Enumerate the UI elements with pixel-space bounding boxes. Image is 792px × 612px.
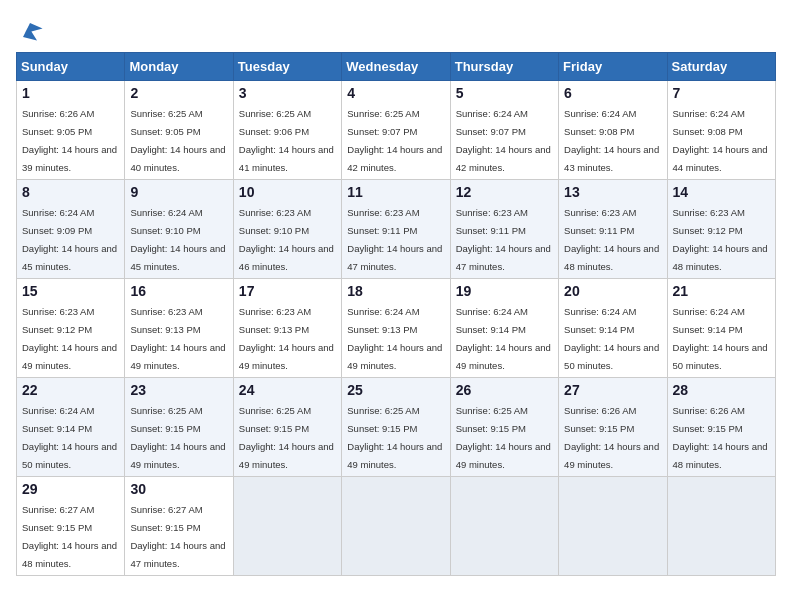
day-info: Sunrise: 6:24 AMSunset: 9:14 PMDaylight:…: [564, 306, 659, 371]
day-number: 26: [456, 382, 553, 398]
calendar-day-cell: 3 Sunrise: 6:25 AMSunset: 9:06 PMDayligh…: [233, 81, 341, 180]
calendar-day-cell: 13 Sunrise: 6:23 AMSunset: 9:11 PMDaylig…: [559, 180, 667, 279]
header: [16, 16, 776, 44]
calendar-day-cell: 10 Sunrise: 6:23 AMSunset: 9:10 PMDaylig…: [233, 180, 341, 279]
day-number: 25: [347, 382, 444, 398]
weekday-header-cell: Sunday: [17, 53, 125, 81]
calendar-day-cell: 17 Sunrise: 6:23 AMSunset: 9:13 PMDaylig…: [233, 279, 341, 378]
calendar-day-cell: 22 Sunrise: 6:24 AMSunset: 9:14 PMDaylig…: [17, 378, 125, 477]
day-number: 14: [673, 184, 770, 200]
day-info: Sunrise: 6:23 AMSunset: 9:13 PMDaylight:…: [130, 306, 225, 371]
day-number: 23: [130, 382, 227, 398]
calendar-day-cell: [233, 477, 341, 576]
day-number: 2: [130, 85, 227, 101]
day-number: 7: [673, 85, 770, 101]
day-info: Sunrise: 6:25 AMSunset: 9:06 PMDaylight:…: [239, 108, 334, 173]
day-number: 20: [564, 283, 661, 299]
logo: [16, 16, 48, 44]
calendar-day-cell: 5 Sunrise: 6:24 AMSunset: 9:07 PMDayligh…: [450, 81, 558, 180]
calendar-day-cell: 24 Sunrise: 6:25 AMSunset: 9:15 PMDaylig…: [233, 378, 341, 477]
day-info: Sunrise: 6:24 AMSunset: 9:07 PMDaylight:…: [456, 108, 551, 173]
day-info: Sunrise: 6:27 AMSunset: 9:15 PMDaylight:…: [130, 504, 225, 569]
day-info: Sunrise: 6:24 AMSunset: 9:13 PMDaylight:…: [347, 306, 442, 371]
calendar-day-cell: 19 Sunrise: 6:24 AMSunset: 9:14 PMDaylig…: [450, 279, 558, 378]
day-info: Sunrise: 6:23 AMSunset: 9:11 PMDaylight:…: [564, 207, 659, 272]
day-number: 27: [564, 382, 661, 398]
day-number: 30: [130, 481, 227, 497]
calendar-day-cell: 16 Sunrise: 6:23 AMSunset: 9:13 PMDaylig…: [125, 279, 233, 378]
weekday-header-cell: Monday: [125, 53, 233, 81]
weekday-header-row: SundayMondayTuesdayWednesdayThursdayFrid…: [17, 53, 776, 81]
calendar-week-row: 22 Sunrise: 6:24 AMSunset: 9:14 PMDaylig…: [17, 378, 776, 477]
day-info: Sunrise: 6:23 AMSunset: 9:13 PMDaylight:…: [239, 306, 334, 371]
day-number: 18: [347, 283, 444, 299]
calendar-day-cell: 27 Sunrise: 6:26 AMSunset: 9:15 PMDaylig…: [559, 378, 667, 477]
day-info: Sunrise: 6:27 AMSunset: 9:15 PMDaylight:…: [22, 504, 117, 569]
day-number: 9: [130, 184, 227, 200]
day-info: Sunrise: 6:26 AMSunset: 9:15 PMDaylight:…: [564, 405, 659, 470]
day-info: Sunrise: 6:24 AMSunset: 9:14 PMDaylight:…: [673, 306, 768, 371]
day-number: 11: [347, 184, 444, 200]
calendar-body: 1 Sunrise: 6:26 AMSunset: 9:05 PMDayligh…: [17, 81, 776, 576]
day-info: Sunrise: 6:24 AMSunset: 9:10 PMDaylight:…: [130, 207, 225, 272]
day-info: Sunrise: 6:24 AMSunset: 9:09 PMDaylight:…: [22, 207, 117, 272]
calendar-day-cell: 14 Sunrise: 6:23 AMSunset: 9:12 PMDaylig…: [667, 180, 775, 279]
day-number: 19: [456, 283, 553, 299]
weekday-header-cell: Thursday: [450, 53, 558, 81]
day-number: 8: [22, 184, 119, 200]
day-info: Sunrise: 6:26 AMSunset: 9:05 PMDaylight:…: [22, 108, 117, 173]
calendar-day-cell: 23 Sunrise: 6:25 AMSunset: 9:15 PMDaylig…: [125, 378, 233, 477]
day-info: Sunrise: 6:25 AMSunset: 9:05 PMDaylight:…: [130, 108, 225, 173]
calendar-day-cell: 7 Sunrise: 6:24 AMSunset: 9:08 PMDayligh…: [667, 81, 775, 180]
calendar: SundayMondayTuesdayWednesdayThursdayFrid…: [16, 52, 776, 576]
calendar-week-row: 8 Sunrise: 6:24 AMSunset: 9:09 PMDayligh…: [17, 180, 776, 279]
calendar-week-row: 1 Sunrise: 6:26 AMSunset: 9:05 PMDayligh…: [17, 81, 776, 180]
day-number: 13: [564, 184, 661, 200]
day-info: Sunrise: 6:24 AMSunset: 9:14 PMDaylight:…: [22, 405, 117, 470]
calendar-day-cell: [667, 477, 775, 576]
weekday-header-cell: Wednesday: [342, 53, 450, 81]
day-number: 3: [239, 85, 336, 101]
calendar-day-cell: 11 Sunrise: 6:23 AMSunset: 9:11 PMDaylig…: [342, 180, 450, 279]
day-number: 22: [22, 382, 119, 398]
day-info: Sunrise: 6:24 AMSunset: 9:14 PMDaylight:…: [456, 306, 551, 371]
weekday-header-cell: Tuesday: [233, 53, 341, 81]
day-info: Sunrise: 6:25 AMSunset: 9:15 PMDaylight:…: [347, 405, 442, 470]
calendar-day-cell: 20 Sunrise: 6:24 AMSunset: 9:14 PMDaylig…: [559, 279, 667, 378]
day-number: 10: [239, 184, 336, 200]
weekday-header-cell: Friday: [559, 53, 667, 81]
day-info: Sunrise: 6:23 AMSunset: 9:11 PMDaylight:…: [456, 207, 551, 272]
day-info: Sunrise: 6:23 AMSunset: 9:11 PMDaylight:…: [347, 207, 442, 272]
day-number: 16: [130, 283, 227, 299]
calendar-day-cell: 12 Sunrise: 6:23 AMSunset: 9:11 PMDaylig…: [450, 180, 558, 279]
calendar-week-row: 29 Sunrise: 6:27 AMSunset: 9:15 PMDaylig…: [17, 477, 776, 576]
calendar-day-cell: 15 Sunrise: 6:23 AMSunset: 9:12 PMDaylig…: [17, 279, 125, 378]
day-number: 6: [564, 85, 661, 101]
day-number: 15: [22, 283, 119, 299]
day-number: 24: [239, 382, 336, 398]
day-info: Sunrise: 6:23 AMSunset: 9:12 PMDaylight:…: [673, 207, 768, 272]
calendar-day-cell: 1 Sunrise: 6:26 AMSunset: 9:05 PMDayligh…: [17, 81, 125, 180]
day-info: Sunrise: 6:23 AMSunset: 9:12 PMDaylight:…: [22, 306, 117, 371]
day-number: 5: [456, 85, 553, 101]
day-info: Sunrise: 6:23 AMSunset: 9:10 PMDaylight:…: [239, 207, 334, 272]
calendar-week-row: 15 Sunrise: 6:23 AMSunset: 9:12 PMDaylig…: [17, 279, 776, 378]
day-info: Sunrise: 6:25 AMSunset: 9:15 PMDaylight:…: [239, 405, 334, 470]
day-number: 4: [347, 85, 444, 101]
day-number: 28: [673, 382, 770, 398]
calendar-day-cell: 4 Sunrise: 6:25 AMSunset: 9:07 PMDayligh…: [342, 81, 450, 180]
day-number: 21: [673, 283, 770, 299]
day-info: Sunrise: 6:25 AMSunset: 9:15 PMDaylight:…: [130, 405, 225, 470]
calendar-day-cell: 18 Sunrise: 6:24 AMSunset: 9:13 PMDaylig…: [342, 279, 450, 378]
calendar-day-cell: 28 Sunrise: 6:26 AMSunset: 9:15 PMDaylig…: [667, 378, 775, 477]
day-info: Sunrise: 6:26 AMSunset: 9:15 PMDaylight:…: [673, 405, 768, 470]
calendar-day-cell: 8 Sunrise: 6:24 AMSunset: 9:09 PMDayligh…: [17, 180, 125, 279]
calendar-day-cell: 2 Sunrise: 6:25 AMSunset: 9:05 PMDayligh…: [125, 81, 233, 180]
calendar-day-cell: 25 Sunrise: 6:25 AMSunset: 9:15 PMDaylig…: [342, 378, 450, 477]
calendar-day-cell: 21 Sunrise: 6:24 AMSunset: 9:14 PMDaylig…: [667, 279, 775, 378]
day-number: 29: [22, 481, 119, 497]
day-number: 17: [239, 283, 336, 299]
calendar-day-cell: [450, 477, 558, 576]
calendar-day-cell: 26 Sunrise: 6:25 AMSunset: 9:15 PMDaylig…: [450, 378, 558, 477]
svg-marker-0: [23, 23, 43, 41]
